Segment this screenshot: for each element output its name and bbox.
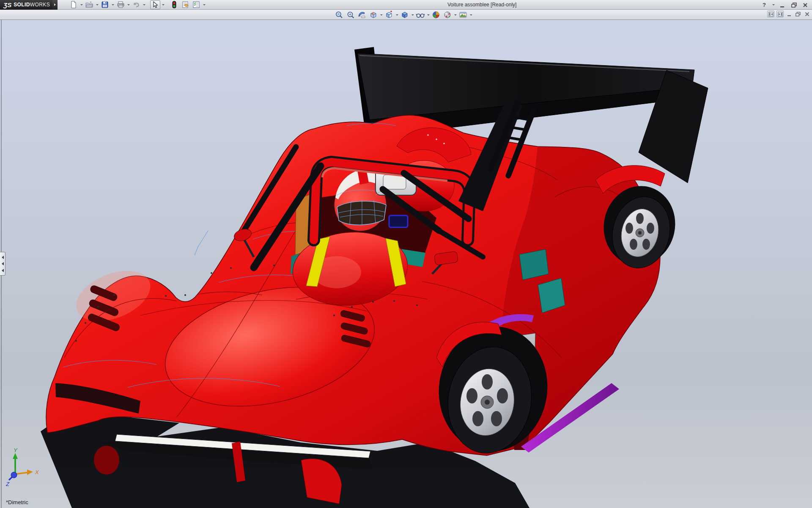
display-style-dropdown-arrow[interactable] (411, 11, 414, 19)
select-dropdown-arrow[interactable] (161, 0, 165, 9)
camera-button[interactable] (458, 10, 469, 19)
minimize-button[interactable] (778, 1, 787, 9)
view-settings-sphere-icon (443, 11, 452, 19)
race-car-model[interactable] (0, 20, 812, 508)
solidworks-window: ƷS SOLIDWORKS (0, 0, 812, 508)
graphics-area[interactable]: Y X Z *Dimetric (0, 20, 812, 508)
collapse-left-pane-icon (768, 12, 774, 17)
y-axis-label: Y (14, 448, 18, 453)
print-icon (117, 1, 125, 8)
rebuild-traffic-light-icon (172, 1, 177, 8)
rebuild-button[interactable] (169, 0, 179, 9)
close-button[interactable] (801, 1, 809, 9)
close-icon (803, 3, 808, 8)
new-dropdown-arrow[interactable] (80, 0, 83, 9)
save-dropdown-arrow[interactable] (111, 0, 115, 9)
view-orientation-label: *Dimetric (6, 499, 28, 505)
y-axis-arrow (13, 453, 18, 459)
document-restore-icon (796, 12, 801, 17)
window-controls: ? (760, 0, 809, 10)
zoom-to-area-icon (346, 11, 355, 19)
harness-buckle (389, 215, 408, 227)
collapse-arrow-icon (2, 256, 4, 259)
zoom-to-fit-button[interactable] (334, 10, 345, 19)
restore-icon (791, 3, 797, 8)
undo-dropdown-arrow[interactable] (142, 0, 146, 9)
help-dropdown-arrow[interactable] (771, 0, 775, 9)
hide-show-items-button[interactable] (415, 10, 426, 19)
zoom-to-area-button[interactable] (345, 10, 356, 19)
view-settings-dropdown-arrow[interactable] (453, 11, 457, 19)
solidworks-logo-icon: ƷS (3, 1, 11, 8)
select-cursor-icon (152, 1, 159, 8)
orientation-triad: Y X Z (3, 448, 53, 494)
title-bar: ƷS SOLIDWORKS (0, 0, 812, 10)
document-minimize-button[interactable] (786, 11, 793, 17)
document-close-icon (805, 12, 809, 17)
document-close-button[interactable] (804, 11, 810, 17)
camera-dropdown-arrow[interactable] (469, 11, 473, 19)
display-style-button[interactable] (399, 10, 410, 19)
section-view-dropdown-arrow[interactable] (379, 11, 383, 19)
hide-show-glasses-icon (416, 11, 425, 19)
previous-view-button[interactable] (357, 10, 368, 19)
window-title: Voiture assomblee [Read-only] (447, 2, 516, 8)
open-folder-icon (85, 1, 93, 8)
view-orientation-cube-icon (385, 11, 393, 19)
collapse-right-pane-button[interactable] (776, 11, 784, 17)
file-properties-button[interactable] (180, 0, 190, 9)
helmet-visor (337, 201, 386, 225)
print-dropdown-arrow[interactable] (126, 0, 130, 9)
open-button[interactable] (84, 0, 94, 9)
file-properties-icon (181, 1, 189, 8)
origin-ball (11, 472, 17, 478)
collapse-right-pane-icon (778, 12, 783, 17)
collapse-left-pane-button[interactable] (767, 11, 774, 17)
options-button[interactable] (191, 0, 201, 9)
feature-manager-collapsed-tab[interactable] (0, 252, 5, 276)
collapse-arrow-icon (2, 262, 4, 265)
hide-show-dropdown-arrow[interactable] (426, 11, 430, 19)
camera-scene-icon (459, 11, 467, 19)
new-document-icon (70, 1, 77, 8)
save-floppy-icon (101, 1, 109, 8)
document-restore-button[interactable] (795, 11, 801, 17)
minimize-icon (780, 3, 785, 8)
logo-flyout-arrow[interactable] (52, 0, 58, 10)
standard-toolbar (69, 0, 206, 9)
apply-scene-button[interactable] (431, 10, 442, 19)
collapse-arrow-icon (2, 269, 4, 272)
section-view-icon (369, 11, 378, 19)
x-axis-arrow (27, 469, 33, 475)
view-toolbar-row (0, 10, 812, 20)
options-checklist-icon (192, 1, 200, 8)
view-settings-button[interactable] (442, 10, 453, 19)
z-axis-label: Z (5, 481, 10, 487)
section-view-button[interactable] (368, 10, 379, 19)
view-orientation-dropdown-arrow[interactable] (395, 11, 399, 19)
document-minimize-icon (787, 12, 792, 17)
new-button[interactable] (69, 0, 79, 9)
display-style-cube-icon (401, 11, 409, 19)
print-button[interactable] (115, 0, 126, 9)
select-button[interactable] (150, 0, 160, 9)
open-dropdown-arrow[interactable] (95, 0, 99, 9)
save-button[interactable] (100, 0, 110, 9)
heads-up-view-toolbar (334, 10, 473, 20)
view-orientation-button[interactable] (384, 10, 395, 19)
document-window-controls (767, 11, 810, 17)
solidworks-logo: ƷS SOLIDWORKS (0, 0, 52, 10)
previous-view-icon (358, 11, 366, 19)
options-dropdown-arrow[interactable] (202, 0, 206, 9)
undo-arrow-icon (132, 1, 140, 8)
restore-button[interactable] (790, 1, 798, 9)
undo-button[interactable] (131, 0, 141, 9)
x-axis-label: X (35, 469, 39, 475)
apply-scene-sphere-icon (432, 11, 440, 19)
help-button[interactable]: ? (760, 1, 768, 9)
zoom-to-fit-icon (335, 11, 343, 19)
